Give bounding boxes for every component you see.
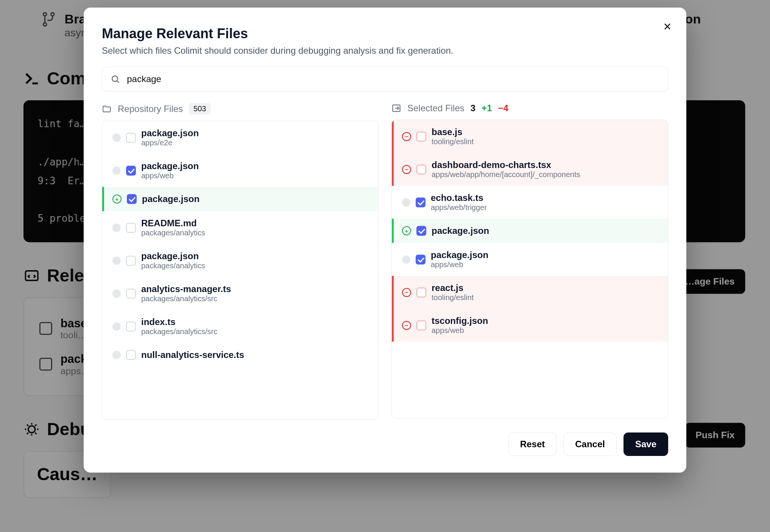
file-item[interactable]: −tsconfig.jsonapps/web (392, 309, 668, 342)
file-name: dashboard-demo-charts.tsx (432, 160, 580, 170)
manage-files-modal: Manage Relevant Files Select which files… (84, 8, 686, 473)
file-name: package.json (141, 251, 205, 261)
status-dot (402, 255, 410, 264)
file-name: package.json (431, 250, 488, 260)
file-name: index.ts (141, 317, 217, 327)
file-checkbox[interactable] (416, 288, 426, 297)
search-icon (111, 74, 120, 84)
file-path: tooling/eslint (432, 137, 474, 146)
file-item[interactable]: package.jsonapps/e2e (102, 121, 378, 154)
file-checkbox[interactable] (126, 322, 136, 331)
delta-removed: −4 (498, 103, 508, 114)
file-checkbox[interactable] (416, 132, 426, 142)
removed-icon: − (402, 132, 411, 141)
added-icon: + (402, 226, 411, 235)
removed-icon: − (402, 165, 411, 174)
svg-point-6 (112, 76, 118, 82)
status-dot (402, 198, 410, 207)
file-name: README.md (141, 218, 205, 229)
removed-icon: − (402, 321, 411, 330)
removed-icon: − (402, 288, 411, 297)
repo-count-badge: 503 (189, 103, 210, 115)
file-name: null-analytics-service.ts (141, 350, 244, 360)
file-checkbox[interactable] (126, 223, 136, 233)
save-button[interactable]: Save (623, 432, 668, 456)
file-item[interactable]: echo.task.tsapps/web/trigger (392, 186, 668, 219)
file-path: packages/analytics/src (141, 294, 231, 303)
close-button[interactable] (659, 18, 676, 35)
selected-count: 3 (471, 103, 475, 114)
file-item[interactable]: null-analytics-service.ts (102, 343, 378, 367)
file-name: tsconfig.json (432, 316, 488, 326)
file-checkbox[interactable] (416, 226, 426, 236)
file-item[interactable]: −base.jstooling/eslint (392, 120, 668, 153)
status-dot (112, 257, 121, 265)
cancel-button[interactable]: Cancel (563, 432, 617, 456)
file-checkbox[interactable] (126, 289, 136, 299)
file-checkbox[interactable] (416, 320, 426, 330)
status-dot (112, 289, 121, 298)
status-dot (112, 351, 121, 359)
import-icon (391, 103, 401, 113)
file-checkbox[interactable] (126, 166, 136, 176)
file-item[interactable]: −dashboard-demo-charts.tsxapps/web/app/h… (392, 153, 668, 186)
file-path: apps/web/trigger (431, 203, 487, 212)
close-icon (663, 22, 672, 31)
file-item[interactable]: analytics-manager.tspackages/analytics/s… (102, 277, 378, 310)
file-path: packages/analytics (141, 261, 205, 270)
file-checkbox[interactable] (126, 350, 136, 360)
file-item[interactable]: package.jsonapps/web (392, 243, 668, 276)
file-item[interactable]: package.jsonpackages/analytics (102, 244, 378, 277)
file-checkbox[interactable] (126, 133, 136, 143)
file-path: packages/analytics/src (141, 327, 217, 336)
file-checkbox[interactable] (416, 255, 426, 264)
status-dot (112, 134, 121, 142)
delta-added: +1 (482, 103, 492, 114)
file-item[interactable]: +package.json (392, 219, 668, 243)
file-name: echo.task.ts (431, 193, 487, 203)
file-path: apps/e2e (141, 138, 199, 147)
file-item[interactable]: −react.jstooling/eslint (392, 276, 668, 309)
file-path: tooling/eslint (432, 293, 474, 302)
file-checkbox[interactable] (126, 256, 136, 266)
file-checkbox[interactable] (127, 194, 137, 204)
file-name: package.json (141, 128, 199, 138)
reset-button[interactable]: Reset (508, 432, 556, 456)
file-item[interactable]: package.jsonapps/web (102, 154, 378, 187)
selected-files-header: Selected Files 3 +1 −4 (391, 103, 668, 114)
file-checkbox[interactable] (416, 165, 426, 174)
modal-title: Manage Relevant Files (102, 26, 668, 42)
file-path: apps/web (432, 326, 488, 335)
repo-files-header: Repository Files 503 (102, 103, 379, 115)
file-item[interactable]: README.mdpackages/analytics (102, 211, 378, 244)
file-name: package.json (142, 194, 200, 204)
file-path: packages/analytics (141, 229, 205, 237)
file-name: base.js (432, 127, 474, 137)
search-input[interactable] (127, 74, 659, 84)
file-name: package.json (432, 226, 489, 236)
file-item[interactable]: +package.json (102, 187, 378, 211)
file-name: package.json (141, 161, 199, 171)
file-path: apps/web (141, 171, 199, 180)
status-dot (112, 322, 121, 331)
file-name: react.js (432, 283, 474, 293)
modal-subtitle: Select which files Colimit should consid… (102, 45, 668, 56)
file-path: apps/web (431, 260, 488, 269)
file-name: analytics-manager.ts (141, 284, 231, 294)
added-icon: + (112, 194, 122, 204)
file-checkbox[interactable] (416, 198, 426, 207)
repo-files-list[interactable]: package.jsonapps/e2epackage.jsonapps/web… (102, 121, 379, 420)
status-dot (112, 166, 121, 175)
selected-files-list[interactable]: −base.jstooling/eslint−dashboard-demo-ch… (391, 120, 668, 418)
status-dot (112, 224, 121, 232)
search-input-wrapper[interactable] (102, 67, 668, 92)
file-item[interactable]: index.tspackages/analytics/src (102, 310, 378, 343)
folder-icon (102, 104, 112, 114)
file-path: apps/web/app/home/[account]/_components (432, 170, 580, 179)
